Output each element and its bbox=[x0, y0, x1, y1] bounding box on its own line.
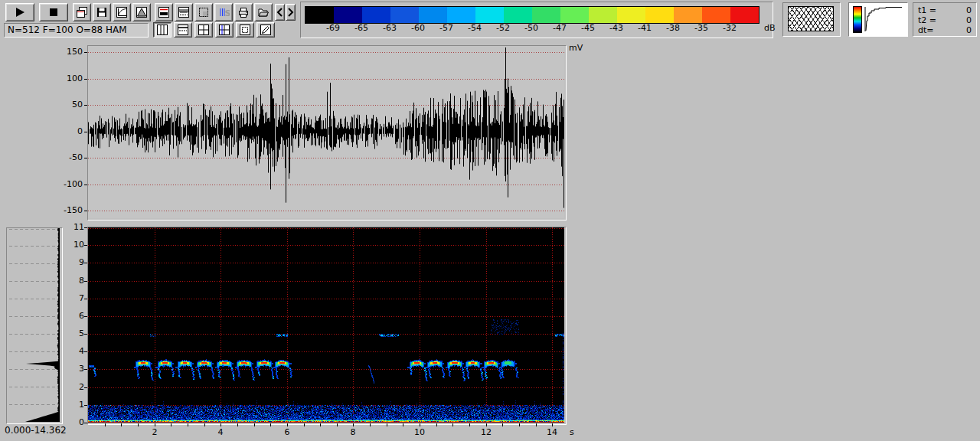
edit-button[interactable] bbox=[256, 22, 275, 38]
colorbar-tick-label: -52 bbox=[489, 23, 517, 33]
crosshatch-pattern-icon bbox=[788, 6, 834, 31]
colorbar-segment bbox=[702, 7, 730, 23]
colorbar-unit-label: dB bbox=[764, 23, 776, 33]
pattern-box[interactable] bbox=[782, 2, 841, 37]
oscillogram-ytick-label: 100 bbox=[58, 74, 83, 83]
spectrogram-ytick-label: 0 bbox=[64, 417, 84, 427]
colorbar-tick-label: -69 bbox=[319, 23, 347, 33]
spectrogram-xtick bbox=[320, 423, 321, 426]
spectrogram-xtick bbox=[452, 423, 453, 426]
previous-button[interactable] bbox=[275, 4, 285, 21]
colorbar-segment bbox=[419, 7, 447, 23]
colorbar-segment bbox=[645, 7, 674, 23]
colorbar-segment bbox=[362, 7, 390, 23]
t1-value: 0 bbox=[966, 5, 972, 15]
spectrogram-xtick-label: 10 bbox=[410, 427, 429, 437]
spectrogram-ytick-label: 3 bbox=[64, 364, 84, 374]
spectrogram-xtick bbox=[155, 423, 155, 426]
colorbar-segment bbox=[617, 7, 645, 23]
play-button[interactable] bbox=[5, 3, 34, 21]
fft-settings-button[interactable]: S bbox=[214, 3, 233, 21]
selection-button[interactable] bbox=[194, 3, 213, 21]
spectrogram-xtick bbox=[105, 423, 106, 426]
print-button[interactable] bbox=[234, 3, 253, 21]
colorbar-segment bbox=[334, 7, 362, 23]
save-icon bbox=[96, 6, 108, 18]
spectrogram-xtick bbox=[121, 423, 122, 426]
spectrogram-xtick bbox=[403, 423, 403, 426]
spectrogram-plot[interactable] bbox=[88, 227, 564, 423]
spectrogram-unit-label: s bbox=[570, 427, 574, 437]
oscillogram-display-icon bbox=[158, 6, 170, 18]
colorbar-tick-label: -54 bbox=[461, 23, 488, 33]
colorbar-gradient[interactable] bbox=[305, 6, 760, 24]
spectrogram-xtick bbox=[486, 423, 487, 426]
layout-columns-icon bbox=[156, 24, 168, 36]
stop-icon bbox=[47, 6, 60, 18]
oscillogram-ytick-label: 150 bbox=[58, 47, 83, 57]
fft-settings-field[interactable]: N=512 F=100 O=88 HAM bbox=[4, 23, 149, 38]
spectrogram-xtick bbox=[469, 423, 470, 426]
oscillogram-ytick-label: 0 bbox=[58, 126, 83, 136]
oscillogram-ytick-label: 50 bbox=[58, 100, 83, 109]
spectrogram-ytick-label: 6 bbox=[64, 311, 84, 321]
oscillogram-plot-frame bbox=[87, 45, 567, 220]
spectrogram-xtick-label: 8 bbox=[344, 427, 362, 437]
spectrogram-xtick bbox=[270, 423, 271, 426]
oscillogram-plot[interactable] bbox=[88, 46, 564, 218]
oscillogram-display-button[interactable] bbox=[155, 3, 173, 21]
spectrogram-ytick-label: 7 bbox=[64, 293, 84, 303]
spectrogram-xtick bbox=[519, 423, 520, 426]
colorbar-tick-label: -60 bbox=[404, 23, 432, 33]
save-button[interactable] bbox=[93, 3, 111, 21]
layout-inner-box-button[interactable] bbox=[236, 22, 254, 38]
spectrogram-xtick bbox=[552, 423, 553, 426]
colorbar-tick-label: -35 bbox=[688, 23, 715, 33]
colorbar-tick-label: -63 bbox=[376, 23, 403, 33]
color-scale-gradient-icon bbox=[853, 6, 862, 33]
colorbar-tick-label: -32 bbox=[716, 23, 743, 33]
readout-row-t2: t2 = 0 bbox=[918, 15, 972, 25]
time-range-label: 0.000-14.362 bbox=[5, 425, 67, 436]
colorbar-segment bbox=[730, 7, 759, 23]
contrast-curve-box[interactable] bbox=[848, 2, 908, 37]
t1-label: t1 = bbox=[918, 5, 936, 15]
colorbar-segment bbox=[475, 7, 504, 23]
colorbar-tick-label: -45 bbox=[574, 23, 602, 33]
spectrogram-xtick bbox=[353, 423, 354, 426]
colorbar-segment bbox=[447, 7, 475, 23]
spectrogram-ytick-label: 9 bbox=[64, 257, 84, 267]
spectrogram-xtick-label: 4 bbox=[211, 427, 230, 437]
layout-cross-cursor-button[interactable] bbox=[215, 22, 234, 38]
spectrogram-xtick bbox=[287, 423, 288, 426]
layout-top-band-button[interactable] bbox=[174, 22, 192, 38]
average-spectrum-plot[interactable] bbox=[7, 228, 60, 422]
layout-cross-button[interactable] bbox=[194, 22, 213, 38]
next-button[interactable] bbox=[286, 4, 296, 21]
window-function-button[interactable] bbox=[132, 3, 151, 21]
chevron-left-icon bbox=[276, 6, 284, 18]
colorbar-segment bbox=[589, 7, 617, 23]
copy-button[interactable] bbox=[73, 3, 91, 21]
spectrum-panel-frame bbox=[6, 227, 63, 424]
readout-row-dt: dt= 0 bbox=[918, 25, 972, 35]
print-icon bbox=[237, 6, 250, 18]
transfer-curve-button[interactable] bbox=[113, 3, 131, 21]
open-folder-icon bbox=[257, 6, 270, 18]
layout-columns-button[interactable] bbox=[153, 22, 172, 38]
spectrogram-ytick-label: 8 bbox=[64, 276, 84, 286]
ruler-button[interactable] bbox=[175, 3, 193, 21]
colorbar-tick-label: -38 bbox=[659, 23, 687, 33]
open-button[interactable] bbox=[254, 3, 273, 21]
spectrogram-xtick bbox=[387, 423, 387, 426]
time-readout-panel: t1 = 0 t2 = 0 dt= 0 bbox=[913, 2, 977, 37]
t2-value: 0 bbox=[966, 15, 972, 25]
spectrogram-ytick-label: 2 bbox=[64, 382, 84, 392]
oscillogram-unit-label: mV bbox=[569, 43, 583, 53]
colorbar-tick-label: -41 bbox=[631, 23, 658, 33]
oscillogram-ytick-label: -100 bbox=[58, 179, 83, 189]
stop-button[interactable] bbox=[39, 3, 68, 21]
t2-label: t2 = bbox=[918, 15, 936, 25]
spectrogram-xtick bbox=[138, 423, 139, 426]
app-window: { "window": { "bg_color": "#c0c0c0", "gr… bbox=[0, 0, 980, 441]
